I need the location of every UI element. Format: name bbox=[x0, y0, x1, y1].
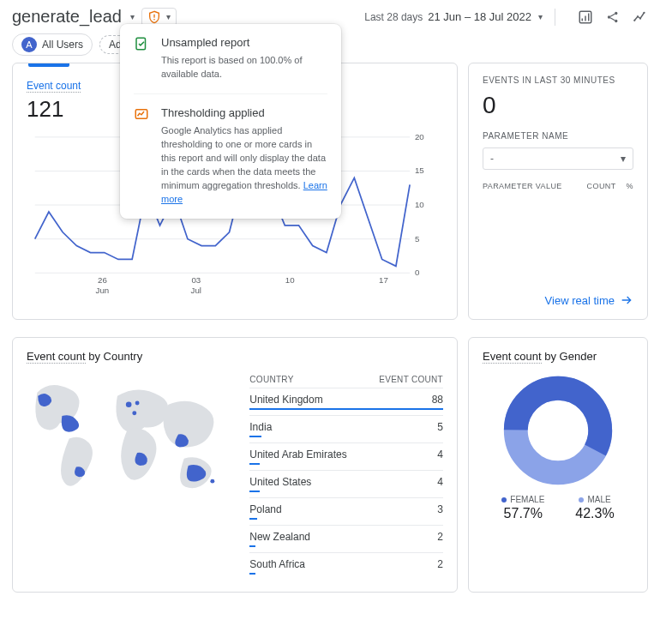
chevron-down-icon: ▾ bbox=[538, 12, 543, 21]
date-range-picker[interactable]: Last 28 days 21 Jun – 18 Jul 2022 ▾ bbox=[364, 10, 543, 23]
share-icon[interactable] bbox=[605, 9, 621, 25]
country-value: 5 bbox=[437, 421, 443, 433]
svg-text:Jun: Jun bbox=[96, 286, 110, 295]
country-card-title: Event count by Country bbox=[27, 350, 443, 363]
svg-text:Jul: Jul bbox=[191, 286, 201, 295]
legend-male: MALE 42.3% bbox=[575, 495, 614, 521]
svg-point-6 bbox=[633, 19, 635, 21]
svg-text:10: 10 bbox=[285, 275, 295, 285]
country-name: United Arab Emirates bbox=[249, 448, 437, 460]
segment-all-users[interactable]: A All Users bbox=[12, 33, 93, 56]
report-title: generate_lead bbox=[12, 7, 122, 27]
country-name: Poland bbox=[249, 503, 437, 515]
gender-card: Event count by Gender FEMALE 57.7% MALE … bbox=[468, 337, 648, 593]
realtime-heading: EVENTS IN LAST 30 MINUTES bbox=[483, 75, 633, 85]
svg-text:03: 03 bbox=[191, 275, 201, 285]
country-value: 88 bbox=[432, 394, 443, 406]
segment-badge: A bbox=[21, 37, 37, 52]
svg-text:10: 10 bbox=[415, 200, 424, 209]
insights-icon[interactable] bbox=[633, 9, 648, 25]
country-name: South Africa bbox=[249, 558, 437, 570]
svg-point-4 bbox=[615, 11, 617, 14]
svg-point-9 bbox=[643, 11, 645, 13]
svg-point-7 bbox=[637, 15, 639, 17]
col-event-count: EVENT COUNT bbox=[379, 375, 443, 384]
table-row[interactable]: India5 bbox=[249, 415, 443, 442]
col-count: COUNT bbox=[587, 182, 616, 190]
table-row[interactable]: United Kingdom88 bbox=[249, 388, 443, 415]
col-param-value: PARAMETER VALUE bbox=[483, 182, 577, 190]
chart-warning-icon bbox=[134, 106, 151, 207]
gender-card-title: Event count by Gender bbox=[483, 350, 633, 363]
country-value: 2 bbox=[437, 558, 443, 570]
svg-rect-10 bbox=[136, 38, 146, 50]
data-quality-popover: Unsampled report This report is based on… bbox=[120, 24, 341, 219]
svg-text:15: 15 bbox=[415, 166, 424, 175]
svg-point-5 bbox=[615, 19, 617, 21]
country-name: United States bbox=[249, 476, 437, 488]
svg-text:5: 5 bbox=[415, 234, 419, 244]
table-row[interactable]: New Zealand2 bbox=[249, 525, 443, 552]
customize-report-icon[interactable] bbox=[578, 9, 593, 25]
country-value: 2 bbox=[437, 531, 443, 543]
world-map bbox=[27, 375, 239, 580]
svg-point-31 bbox=[210, 479, 214, 484]
realtime-card: EVENTS IN LAST 30 MINUTES 0 PARAMETER NA… bbox=[468, 63, 648, 320]
report-header: generate_lead ▾ ▾ Last 28 days 21 Jun – … bbox=[0, 0, 660, 33]
shield-warning-icon bbox=[147, 10, 161, 24]
svg-text:0: 0 bbox=[415, 268, 420, 277]
svg-point-29 bbox=[135, 401, 140, 406]
country-value: 4 bbox=[437, 448, 443, 460]
chevron-down-icon: ▾ bbox=[166, 12, 171, 21]
country-name: United Kingdom bbox=[249, 394, 431, 406]
country-table: COUNTRY EVENT COUNT United Kingdom88Indi… bbox=[249, 375, 443, 580]
legend-female: FEMALE 57.7% bbox=[501, 495, 544, 521]
date-range-value: 21 Jun – 18 Jul 2022 bbox=[428, 10, 531, 23]
svg-point-8 bbox=[639, 17, 641, 19]
country-value: 4 bbox=[437, 476, 443, 488]
parameter-name-label: PARAMETER NAME bbox=[483, 131, 633, 141]
divider bbox=[555, 9, 555, 26]
table-row[interactable]: South Africa2 bbox=[249, 552, 443, 580]
country-value: 3 bbox=[437, 503, 443, 515]
svg-point-3 bbox=[608, 15, 610, 18]
segment-label: All Users bbox=[42, 39, 83, 51]
svg-rect-1 bbox=[153, 19, 154, 20]
popover-body-threshold: Google Analytics has applied thresholdin… bbox=[161, 124, 327, 207]
table-row[interactable]: United States4 bbox=[249, 470, 443, 497]
date-range-prefix: Last 28 days bbox=[364, 11, 423, 23]
popover-body-unsampled: This report is based on 100.0% of availa… bbox=[161, 54, 327, 81]
arrow-right-icon bbox=[620, 293, 633, 307]
active-tab-indicator bbox=[28, 63, 69, 67]
country-name: New Zealand bbox=[249, 531, 437, 543]
metric-event-count-value: 121 bbox=[27, 96, 81, 123]
col-percent: % bbox=[627, 182, 633, 190]
check-report-icon bbox=[134, 36, 151, 81]
metric-event-count-label[interactable]: Event count bbox=[27, 80, 81, 93]
col-country: COUNTRY bbox=[249, 375, 379, 384]
country-card: Event count by Country bbox=[12, 337, 458, 593]
svg-rect-0 bbox=[153, 14, 154, 17]
title-dropdown-icon[interactable]: ▾ bbox=[130, 12, 135, 21]
chevron-down-icon: ▾ bbox=[621, 153, 626, 165]
svg-text:20: 20 bbox=[415, 133, 424, 141]
svg-text:17: 17 bbox=[379, 275, 388, 285]
param-table-header: PARAMETER VALUE COUNT % bbox=[483, 182, 633, 190]
table-row[interactable]: United Arab Emirates4 bbox=[249, 442, 443, 470]
popover-title-unsampled: Unsampled report bbox=[161, 36, 327, 49]
gender-legend: FEMALE 57.7% MALE 42.3% bbox=[483, 495, 633, 521]
country-name: India bbox=[249, 421, 437, 433]
svg-text:26: 26 bbox=[98, 275, 107, 285]
table-row[interactable]: Poland3 bbox=[249, 497, 443, 525]
svg-point-28 bbox=[126, 401, 132, 407]
realtime-value: 0 bbox=[483, 92, 633, 119]
svg-point-30 bbox=[132, 411, 136, 415]
parameter-name-select[interactable]: - ▾ bbox=[483, 147, 633, 170]
popover-title-threshold: Thresholding applied bbox=[161, 106, 327, 119]
gender-donut-chart bbox=[502, 375, 614, 486]
select-value: - bbox=[490, 153, 494, 165]
view-realtime-link[interactable]: View real time bbox=[545, 293, 633, 307]
